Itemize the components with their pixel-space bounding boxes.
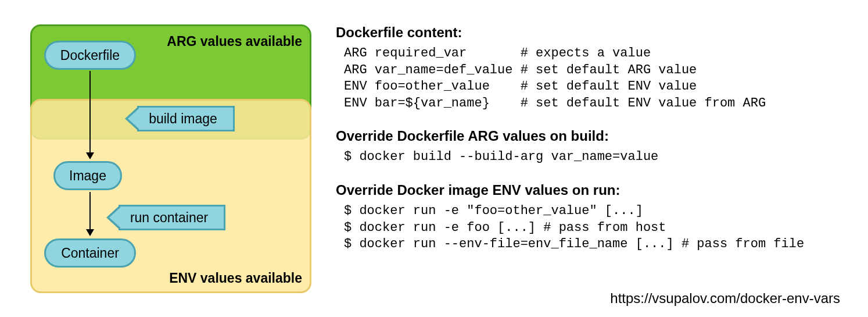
code-dockerfile-content: ARG required_var # expects a value ARG v…: [344, 45, 844, 112]
explanation-text-area: Dockerfile content: ARG required_var # e…: [336, 24, 844, 269]
arg-box-label: ARG values available: [167, 34, 302, 49]
source-link: https://vsupalov.com/docker-env-vars: [610, 290, 840, 307]
code-override-arg: $ docker build --build-arg var_name=valu…: [344, 149, 844, 166]
env-box-label: ENV values available: [169, 270, 302, 286]
tag-run-container: run container: [119, 205, 225, 230]
pill-image: Image: [53, 161, 122, 190]
diagram-area: ARG values available ENV values availabl…: [30, 24, 311, 293]
code-override-env: $ docker run -e "foo=other_value" [...] …: [344, 203, 844, 253]
arrow-dockerfile-to-image: [89, 71, 91, 158]
heading-dockerfile-content: Dockerfile content:: [336, 24, 844, 41]
heading-override-env: Override Docker image ENV values on run:: [336, 182, 844, 198]
pill-dockerfile: Dockerfile: [44, 41, 136, 70]
heading-override-arg: Override Dockerfile ARG values on build:: [336, 128, 844, 144]
pill-container: Container: [44, 238, 136, 268]
tag-build-image: build image: [137, 106, 235, 131]
arrow-image-to-container: [89, 192, 91, 235]
